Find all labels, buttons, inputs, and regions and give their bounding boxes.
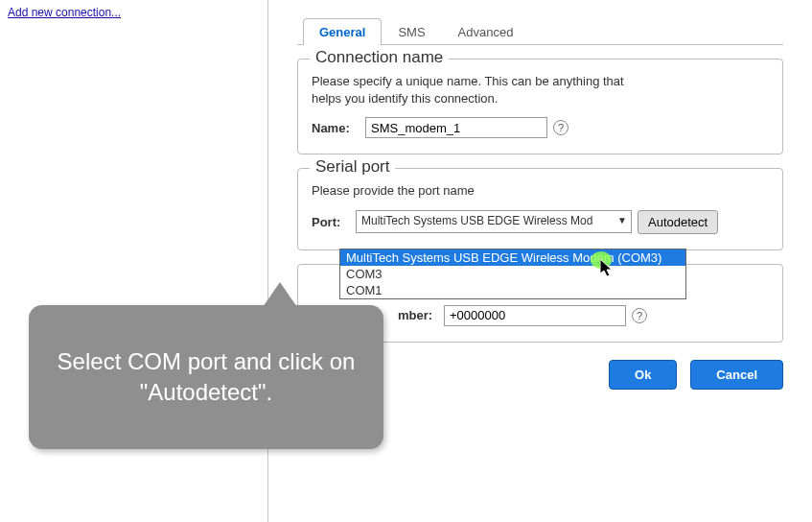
port-option-1[interactable]: COM3 [340,266,685,282]
group-connection-name: Connection name Please specify a unique … [297,59,783,154]
tab-general[interactable]: General [303,18,382,45]
tab-bar: General SMS Advanced [297,17,783,45]
serial-desc: Please provide the port name [312,182,657,200]
tab-sms[interactable]: SMS [382,18,441,45]
group-serial-port: Serial port Please provide the port name… [297,168,783,249]
name-input[interactable] [365,117,547,138]
port-label: Port: [312,215,350,229]
phone-input[interactable] [444,305,626,326]
phone-label-fragment: mber: [398,308,438,322]
help-icon[interactable]: ? [632,308,647,323]
port-option-2[interactable]: COM1 [340,282,685,298]
ok-button[interactable]: Ok [609,360,677,390]
port-option-0[interactable]: MultiTech Systems USB EDGE Wireless Mode… [340,249,685,266]
legend-serial-port: Serial port [310,157,395,177]
legend-connection-name: Connection name [310,48,449,67]
cancel-button[interactable]: Cancel [690,360,783,390]
port-select[interactable]: MultiTech Systems USB EDGE Wireless Mod [356,210,632,233]
add-connection-link[interactable]: Add new connection... [8,6,121,19]
connection-desc: Please specify a unique name. This can b… [312,73,657,107]
callout-text: Select COM port and click on "Autodetect… [48,346,364,409]
name-label: Name: [312,121,360,135]
tab-advanced[interactable]: Advanced [442,18,530,45]
help-icon[interactable]: ? [553,120,568,135]
autodetect-button[interactable]: Autodetect [638,210,718,234]
instruction-callout: Select COM port and click on "Autodetect… [29,305,383,449]
port-dropdown-list[interactable]: MultiTech Systems USB EDGE Wireless Mode… [339,249,686,299]
